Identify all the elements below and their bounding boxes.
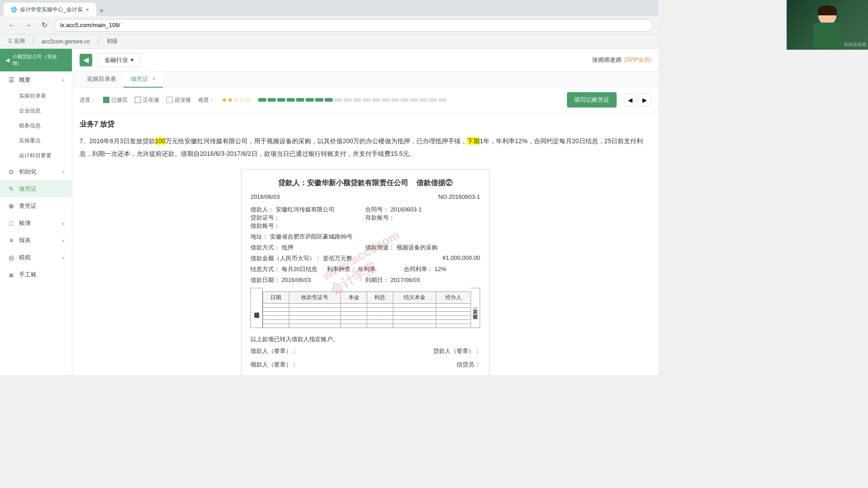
- content-tabs: 实操目录表 做凭证 ✕: [72, 71, 658, 88]
- business-text-highlight: 100: [155, 137, 165, 145]
- new-tab-button[interactable]: +: [96, 5, 107, 16]
- toolbar-separator-2: [98, 38, 99, 46]
- business-title: 业务7 放贷: [80, 120, 651, 129]
- progress-dot-4: [287, 98, 295, 102]
- difficulty-stars: ★★☆☆☆: [222, 96, 251, 103]
- doc-loan-type-value: 抵押: [282, 244, 293, 251]
- sidebar-item-check-voucher[interactable]: ⊕ 查凭证: [0, 197, 72, 215]
- progress-dots: [258, 98, 560, 102]
- progress-dot-1: [258, 98, 266, 102]
- next-arrow-button[interactable]: ▶: [638, 94, 651, 106]
- sidebar-report-label: 报表: [19, 236, 58, 244]
- apps-item[interactable]: ⠿ 应用: [5, 37, 28, 46]
- url-input[interactable]: [54, 19, 653, 32]
- doc-loan-officer: 信贷员：: [457, 361, 480, 369]
- forward-button[interactable]: →: [22, 19, 34, 32]
- sidebar-collapse-button[interactable]: ◀: [5, 57, 9, 63]
- doc-settlement: 结息方式： 每月20日结息: [250, 265, 327, 273]
- col-balance: 结欠本金: [393, 292, 436, 304]
- browser-toolbar: ⠿ 应用 acc5com.gensee.co 初级: [0, 34, 658, 49]
- not-done-label: 还没做: [175, 96, 191, 104]
- progress-dot-9: [334, 98, 342, 102]
- tab-title: 会计学堂实操中心_会计实: [20, 6, 83, 14]
- browser-chrome: 🌐 会计学堂实操中心_会计实 ✕ +: [0, 0, 658, 16]
- business-text-highlight2: 下期: [467, 137, 480, 145]
- top-bar: ◀ 金融行业 ▾ 张师师老师 (SVIP会员): [72, 49, 658, 71]
- doc-loan-type-row: 借款方式： 抵押: [250, 244, 365, 252]
- doc-loan-purpose-value: 视频设备的采购: [396, 244, 438, 251]
- progress-dot-2: [268, 98, 276, 102]
- tab-close-button[interactable]: ✕: [152, 76, 156, 81]
- doc-borrower-value: 安徽红河传媒有限公司: [276, 206, 335, 213]
- progress-not-done-item: 还没做: [166, 96, 191, 104]
- doc-borrower-label: 借款人：: [250, 206, 274, 213]
- doc-borrower-row: 借款人： 安徽红河传媒有限公司: [250, 206, 365, 214]
- sidebar-item-init[interactable]: ⊙ 初始化 ∨: [0, 163, 72, 180]
- gensee-item[interactable]: acc5com.gensee.co: [39, 38, 93, 46]
- tab-close-icon[interactable]: ✕: [85, 7, 89, 12]
- progress-dot-16: [401, 98, 409, 102]
- nav-arrows: ◀ ▶: [624, 94, 651, 106]
- menu-toggle-button[interactable]: ◀: [80, 54, 92, 66]
- sidebar-item-overview[interactable]: ☰ 概要 ∧: [0, 71, 72, 89]
- doc-loan-account-label: 借款账号：: [250, 222, 280, 229]
- doc-no: NO.20160603-1: [438, 193, 480, 200]
- doc-amount-chinese: 借款金额（人民币大写）： 壹佰万元整: [250, 254, 352, 263]
- progress-dot-13: [372, 98, 380, 102]
- doc-address-label: 地址：: [250, 233, 268, 240]
- sidebar-item-tax[interactable]: ◎ 税税 ∨: [0, 249, 72, 266]
- sidebar-item-tax-info[interactable]: 税务信息: [0, 118, 72, 133]
- doc-amount-chinese-value: 壹佰万元整: [323, 255, 352, 262]
- progress-dot-18: [420, 98, 428, 102]
- doc-address-value: 安徽省合肥市庐阳区豪城路99号: [270, 233, 353, 240]
- doc-date-no: 2016/06/03 NO.20160603-1: [250, 193, 480, 200]
- sidebar-item-practice-list[interactable]: 实操目录表: [0, 89, 72, 103]
- progress-done-item: 已做完: [103, 96, 127, 104]
- browser-tab-active[interactable]: 🌐 会计学堂实操中心_会计实 ✕: [4, 3, 96, 16]
- make-voucher-icon: ✎: [7, 185, 15, 192]
- init-arrow: ∨: [61, 169, 65, 174]
- doc-settlement-label: 结息方式：: [250, 266, 280, 272]
- doc-borrower-sign: 借款人（签章）：: [250, 347, 297, 355]
- progress-dot-6: [306, 98, 314, 102]
- sidebar-item-make-voucher[interactable]: ✎ 做凭证: [0, 180, 72, 197]
- doc-lender: 贷款人：安徽华新小额贷款有限责任公司: [278, 179, 408, 187]
- sidebar-item-report[interactable]: ≡ 报表 ∨: [0, 232, 72, 249]
- doc-loan-account-row: 借款账号：: [250, 222, 365, 230]
- sidebar-item-key-points[interactable]: 实操重点: [0, 133, 72, 148]
- ledger-arrow: ∨: [61, 221, 65, 226]
- back-button[interactable]: ←: [5, 19, 18, 32]
- doc-loan-details: 借款方式： 抵押 借款用途： 视频设备的采购: [250, 244, 480, 252]
- doc-loan-cert-label: 贷款证号：: [250, 214, 280, 221]
- industry-dropdown-icon: ▾: [131, 56, 134, 63]
- sidebar-item-ledger[interactable]: □ 账簿 ∨: [0, 215, 72, 232]
- init-icon: ⊙: [7, 168, 15, 175]
- done-label: 已做完: [111, 96, 127, 104]
- doc-date: 2016/06/03: [250, 193, 280, 200]
- repayment-table: 日期 收款凭证号 本金 利息 结欠本金 经办人: [263, 291, 471, 328]
- tab-practice-list[interactable]: 实操目录表: [80, 71, 123, 88]
- browser-tabs: 🌐 会计学堂实操中心_会计实 ✕ +: [4, 0, 107, 16]
- sidebar-check-voucher-label: 查凭证: [19, 202, 65, 210]
- sidebar-item-manual[interactable]: ≣ 手工账: [0, 266, 72, 283]
- doc-address-row: 地址： 安徽省合肥市庐阳区豪城路99号: [250, 233, 480, 241]
- industry-selector[interactable]: 金融行业 ▾: [98, 53, 141, 67]
- reload-button[interactable]: ↻: [38, 19, 51, 32]
- report-arrow: ∨: [61, 238, 65, 243]
- prev-arrow-button[interactable]: ◀: [624, 94, 637, 106]
- sidebar-item-accounts[interactable]: 会计科目要要: [0, 148, 72, 163]
- doc-title: 贷款人：安徽华新小额贷款有限责任公司 借款借据②: [250, 178, 480, 188]
- doc-maturity: 到期日： 2017/06/03: [365, 276, 480, 284]
- tab-make-voucher[interactable]: 做凭证 ✕: [123, 71, 163, 88]
- doc-contract-value: 20160603-1: [391, 206, 422, 213]
- repayment-label: 还款情况登记: [250, 288, 263, 328]
- progress-label: 进度：: [80, 96, 96, 104]
- doc-amount-chinese-label: 借款金额（人民币大写）：: [250, 255, 321, 262]
- doc-receiver-sign: 领款人（签章）：: [250, 361, 297, 369]
- doc-loan-type-label: 借款方式：: [250, 244, 280, 251]
- level-item[interactable]: 初级: [104, 37, 120, 46]
- fill-voucher-button[interactable]: 填写记账凭证: [567, 92, 617, 108]
- progress-bar-container: [258, 98, 560, 102]
- sidebar-item-company-info[interactable]: 企业信息: [0, 103, 72, 118]
- progress-dot-7: [315, 98, 323, 102]
